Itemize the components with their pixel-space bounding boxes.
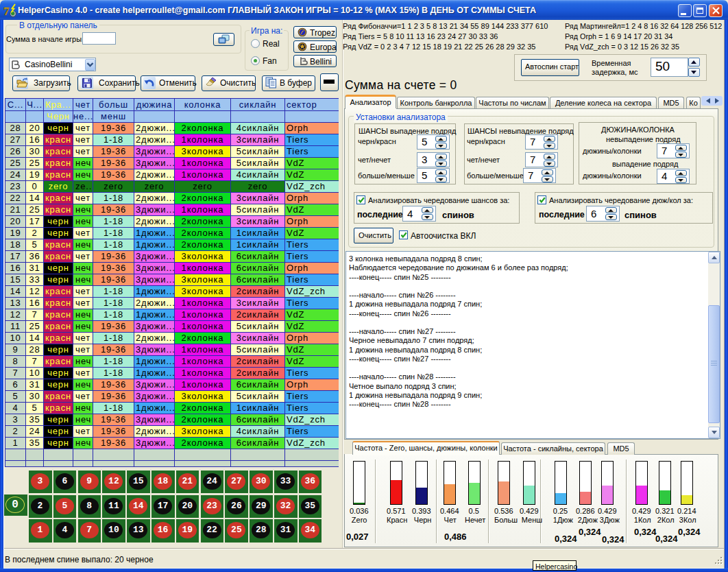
svg-text:7: 7 xyxy=(3,5,10,17)
